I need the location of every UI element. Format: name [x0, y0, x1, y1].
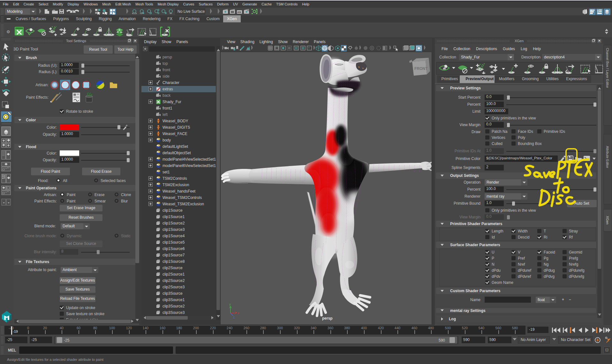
svg-text:x: x [238, 311, 239, 315]
svg-text:z: z [233, 315, 235, 319]
svg-text:y: y [229, 303, 231, 306]
svg-text:persp: persp [322, 316, 333, 321]
svg-text:T: T [308, 47, 310, 50]
svg-text:FRONT: FRONT [414, 66, 428, 71]
svg-text:No Live Surface: No Live Surface [178, 9, 205, 14]
svg-text:IPR: IPR [238, 11, 241, 13]
